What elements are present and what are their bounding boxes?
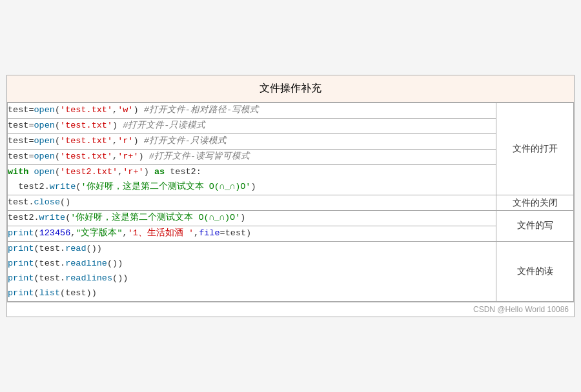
table-row: test=open('test.txt') #打开文件-只读模式 [8,119,574,134]
label-file-write: 文件的写 [496,210,574,241]
table-row: test=open('test.txt','w') #打开文件-相对路径-写模式… [8,103,574,119]
table-row: test2.write('你好呀，这是第二个测试文本 O(∩_∩)O') 文件的… [8,210,574,226]
code-cell-4: test=open('test.txt','r+') #打开文件-读写皆可模式 [8,150,496,165]
table-row: print(test.read()) print(test.readline()… [8,241,574,301]
main-table: test=open('test.txt','w') #打开文件-相对路径-写模式… [7,103,574,301]
table-row: with open('test2.txt','r+') as test2: te… [8,165,574,195]
code-cell-2: test=open('test.txt') #打开文件-只读模式 [8,119,496,134]
code-cell-9: print(test.read()) print(test.readline()… [8,241,496,301]
watermark: CSDN @Hello World 10086 [7,302,574,317]
table-row: test=open('test.txt','r') #打开文件-只读模式 [8,134,574,150]
table-row: print(123456,"文字版本",'1、生活如酒 ',file=test) [8,226,574,241]
table-title: 文件操作补充 [7,75,574,103]
code-cell-5: with open('test2.txt','r+') as test2: te… [8,165,496,195]
main-container: 文件操作补充 test=open('test.txt','w') #打开文件-相… [6,75,575,317]
code-cell-7: test2.write('你好呀，这是第二个测试文本 O(∩_∩)O') [8,210,496,226]
table-row: test=open('test.txt','r+') #打开文件-读写皆可模式 [8,150,574,165]
code-cell-6: test.close() [8,195,496,211]
code-cell-8: print(123456,"文字版本",'1、生活如酒 ',file=test) [8,226,496,241]
label-file-close: 文件的关闭 [496,195,574,211]
code-cell-3: test=open('test.txt','r') #打开文件-只读模式 [8,134,496,150]
table-row: test.close() 文件的关闭 [8,195,574,211]
label-file-open: 文件的打开 [496,103,574,195]
label-file-read: 文件的读 [496,241,574,301]
code-cell-1: test=open('test.txt','w') #打开文件-相对路径-写模式 [8,103,496,119]
